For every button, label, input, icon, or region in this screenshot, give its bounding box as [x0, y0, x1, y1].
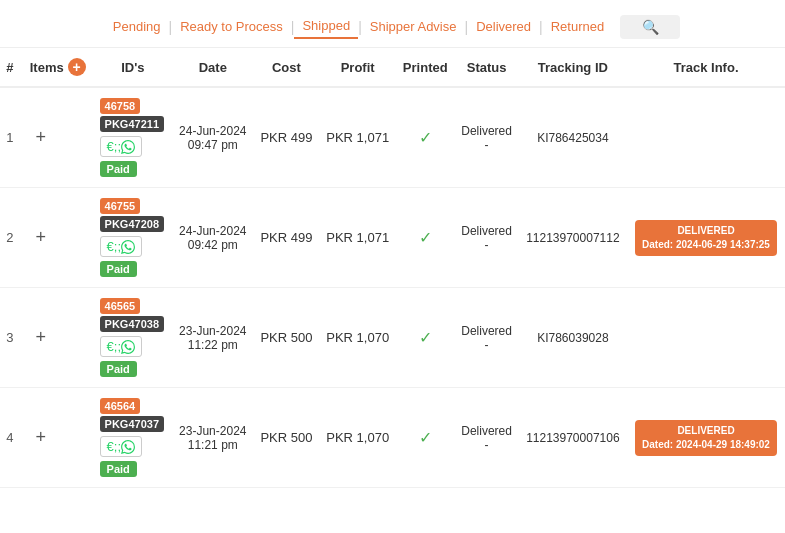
- date-cell: 23-Jun-202411:22 pm: [172, 288, 253, 388]
- profit-cell: PKR 1,070: [319, 388, 396, 488]
- tracking-id-cell: KI786039028: [519, 288, 627, 388]
- table-wrapper: # Items + ID's Date Cost Profit Printed …: [0, 48, 785, 488]
- nav-pending[interactable]: Pending: [105, 15, 169, 38]
- col-header-printed: Printed: [396, 48, 454, 87]
- tracking-id-cell: 11213970007112: [519, 188, 627, 288]
- expand-row-button[interactable]: +: [30, 127, 52, 149]
- tracking-id-cell: 11213970007106: [519, 388, 627, 488]
- printed-cell: ✓: [396, 288, 454, 388]
- row-num: 1: [0, 87, 20, 188]
- paid-badge: Paid: [100, 261, 137, 277]
- nav-ready[interactable]: Ready to Process: [172, 15, 291, 38]
- whatsapp-button[interactable]: €;;: [100, 236, 142, 257]
- id-cell: 46755 PKG47208 €;; Paid: [94, 188, 172, 288]
- id-cell: 46565 PKG47038 €;; Paid: [94, 288, 172, 388]
- profit-cell: PKR 1,070: [319, 288, 396, 388]
- expand-row-button[interactable]: +: [30, 327, 52, 349]
- items-cell: +: [20, 87, 94, 188]
- add-items-icon[interactable]: +: [68, 58, 86, 76]
- nav-delivered[interactable]: Delivered: [468, 15, 539, 38]
- track-info-cell: [627, 288, 785, 388]
- nav-shipped[interactable]: Shipped: [294, 14, 358, 39]
- status-cell: Delivered-: [454, 188, 518, 288]
- col-header-ids: ID's: [94, 48, 172, 87]
- items-cell: +: [20, 288, 94, 388]
- track-info-cell: DELIVEREDDated: 2024-06-29 14:37:25: [627, 188, 785, 288]
- col-header-tracking: Tracking ID: [519, 48, 627, 87]
- check-icon: ✓: [419, 429, 432, 446]
- printed-cell: ✓: [396, 388, 454, 488]
- status-cell: Delivered-: [454, 388, 518, 488]
- date-cell: 24-Jun-202409:47 pm: [172, 87, 253, 188]
- order-id-badge: 46755: [100, 198, 141, 214]
- status-cell: Delivered-: [454, 87, 518, 188]
- search-button[interactable]: 🔍: [620, 15, 680, 39]
- col-header-date: Date: [172, 48, 253, 87]
- paid-badge: Paid: [100, 461, 137, 477]
- date-cell: 23-Jun-202411:21 pm: [172, 388, 253, 488]
- row-num: 4: [0, 388, 20, 488]
- cost-cell: PKR 500: [254, 388, 320, 488]
- profit-cell: PKR 1,071: [319, 87, 396, 188]
- whatsapp-button[interactable]: €;;: [100, 136, 142, 157]
- expand-row-button[interactable]: +: [30, 227, 52, 249]
- order-id-badge: 46564: [100, 398, 141, 414]
- table-row: 3 + 46565 PKG47038 €;; Paid 23-Jun-20241…: [0, 288, 785, 388]
- table-row: 1 + 46758 PKG47211 €;; Paid 24-Jun-20240…: [0, 87, 785, 188]
- check-icon: ✓: [419, 129, 432, 146]
- profit-cell: PKR 1,071: [319, 188, 396, 288]
- col-header-num: #: [0, 48, 20, 87]
- pkg-id-badge: PKG47037: [100, 416, 164, 432]
- pkg-id-badge: PKG47208: [100, 216, 164, 232]
- tracking-id-cell: KI786425034: [519, 87, 627, 188]
- col-header-profit: Profit: [319, 48, 396, 87]
- track-info-cell: DELIVEREDDated: 2024-04-29 18:49:02: [627, 388, 785, 488]
- row-num: 2: [0, 188, 20, 288]
- check-icon: ✓: [419, 329, 432, 346]
- nav-shipper-advise[interactable]: Shipper Advise: [362, 15, 465, 38]
- id-cell: 46564 PKG47037 €;; Paid: [94, 388, 172, 488]
- col-header-status: Status: [454, 48, 518, 87]
- cost-cell: PKR 499: [254, 188, 320, 288]
- items-cell: +: [20, 388, 94, 488]
- col-header-cost: Cost: [254, 48, 320, 87]
- track-info-badge[interactable]: DELIVEREDDated: 2024-06-29 14:37:25: [635, 220, 777, 256]
- date-cell: 24-Jun-202409:42 pm: [172, 188, 253, 288]
- expand-row-button[interactable]: +: [30, 427, 52, 449]
- printed-cell: ✓: [396, 188, 454, 288]
- order-id-badge: 46565: [100, 298, 141, 314]
- cost-cell: PKR 500: [254, 288, 320, 388]
- track-info-cell: [627, 87, 785, 188]
- paid-badge: Paid: [100, 161, 137, 177]
- top-nav: Pending | Ready to Process | Shipped | S…: [0, 0, 785, 48]
- check-icon: ✓: [419, 229, 432, 246]
- status-cell: Delivered-: [454, 288, 518, 388]
- track-info-badge[interactable]: DELIVEREDDated: 2024-04-29 18:49:02: [635, 420, 777, 456]
- cost-cell: PKR 499: [254, 87, 320, 188]
- whatsapp-button[interactable]: €;;: [100, 336, 142, 357]
- printed-cell: ✓: [396, 87, 454, 188]
- pkg-id-badge: PKG47211: [100, 116, 164, 132]
- row-num: 3: [0, 288, 20, 388]
- pkg-id-badge: PKG47038: [100, 316, 164, 332]
- nav-returned[interactable]: Returned: [543, 15, 612, 38]
- items-cell: +: [20, 188, 94, 288]
- col-header-track-info: Track Info.: [627, 48, 785, 87]
- id-cell: 46758 PKG47211 €;; Paid: [94, 87, 172, 188]
- order-id-badge: 46758: [100, 98, 141, 114]
- table-row: 4 + 46564 PKG47037 €;; Paid 23-Jun-20241…: [0, 388, 785, 488]
- whatsapp-button[interactable]: €;;: [100, 436, 142, 457]
- table-row: 2 + 46755 PKG47208 €;; Paid 24-Jun-20240…: [0, 188, 785, 288]
- search-icon: 🔍: [642, 19, 659, 35]
- items-label: Items: [30, 60, 64, 75]
- col-header-items: Items +: [20, 48, 94, 87]
- paid-badge: Paid: [100, 361, 137, 377]
